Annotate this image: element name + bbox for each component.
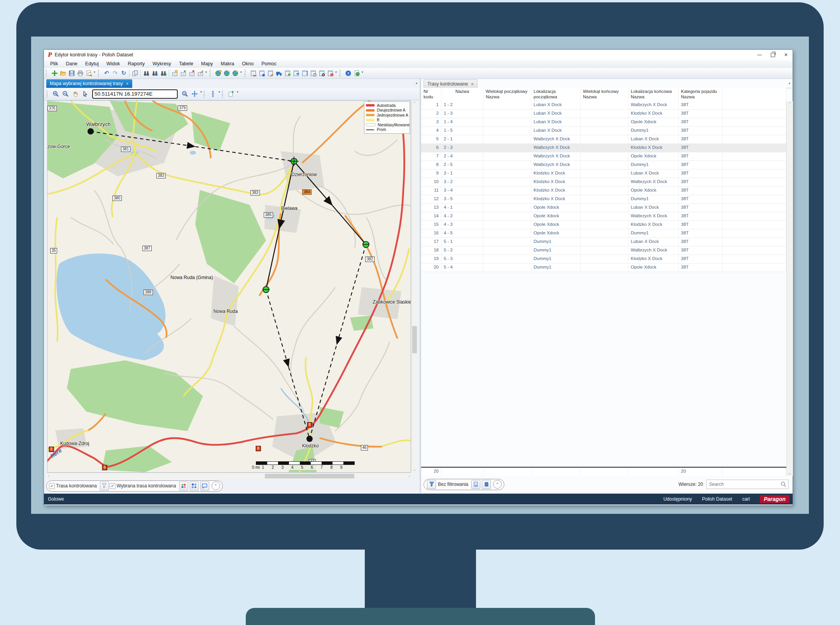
restore-button[interactable] xyxy=(766,51,779,59)
tab-map[interactable]: Mapa wybranej kontrolowanej trasy × xyxy=(46,79,132,88)
table-row[interactable]: 144 - 2Opole XdockWalbrzych X Dock38T xyxy=(421,212,786,221)
row-delete-icon[interactable] xyxy=(187,69,196,77)
table-cell[interactable]: 2 xyxy=(421,110,441,118)
table-cell[interactable]: 13 xyxy=(421,204,441,212)
table-cell[interactable]: 38T xyxy=(679,169,723,178)
table-cell[interactable]: 38T xyxy=(679,118,723,126)
table-row[interactable]: 82 - 5Walbrzych X DockDummy138T xyxy=(421,161,786,169)
column-header[interactable]: Kategoria pojazduNazwa xyxy=(679,88,723,101)
map-toolbar-overflow-icon[interactable]: ▾ xyxy=(219,90,220,94)
table-cell[interactable]: Opole Xdock xyxy=(628,187,679,195)
table-row[interactable]: 195 - 3Dummy1Klodzko X Dock38T xyxy=(421,255,786,264)
table-vertical-scrollbar[interactable]: ⌃ ⌄ xyxy=(786,101,793,476)
table-scroll-down-icon[interactable]: ⌄ xyxy=(788,470,791,476)
table-columns-icon[interactable] xyxy=(300,69,309,77)
table-cell[interactable]: 4 - 5 xyxy=(441,229,483,237)
menu-mapy[interactable]: Mapy xyxy=(197,60,217,68)
table-cell[interactable]: 2 - 4 xyxy=(441,152,483,161)
save-icon[interactable] xyxy=(67,69,76,77)
table-cell[interactable]: Opole Xdock xyxy=(531,221,581,229)
table-cell[interactable]: Dummy1 xyxy=(628,161,679,169)
map-callout-button[interactable] xyxy=(200,482,209,491)
coordinates-input[interactable] xyxy=(92,89,178,99)
map-hscroll-thumb[interactable] xyxy=(265,474,354,478)
toolbar-overflow-icon[interactable]: ▾ xyxy=(240,70,242,74)
menu-okno[interactable]: Okno xyxy=(238,60,257,68)
table-cell[interactable] xyxy=(483,161,531,169)
table-cell[interactable] xyxy=(483,255,531,263)
table-cell[interactable]: 38T xyxy=(679,212,723,220)
table-row[interactable]: 72 - 4Walbrzych X DockOpole Xdock38T xyxy=(421,152,786,161)
table-flag-icon[interactable] xyxy=(249,69,257,77)
table-cell[interactable] xyxy=(483,229,531,237)
status-item[interactable]: Polish Dataset xyxy=(702,496,732,502)
menu-edytuj[interactable]: Edytuj xyxy=(81,60,103,68)
table-cell[interactable] xyxy=(581,212,628,220)
table-cell[interactable]: Walbrzych X Dock xyxy=(628,246,679,255)
help-icon[interactable]: ? xyxy=(344,69,352,77)
table-warn-icon[interactable]: ! xyxy=(326,69,334,77)
table-cell[interactable]: 8 xyxy=(421,161,441,169)
table-row[interactable]: 185 - 2Dummy1Walbrzych X Dock38T xyxy=(421,246,786,255)
table-cell[interactable]: Opole Xdock xyxy=(628,118,679,126)
table-cell[interactable] xyxy=(483,152,531,161)
menu-dane[interactable]: Dane xyxy=(62,60,81,68)
column-header[interactable]: Nazwa xyxy=(441,88,483,101)
table-cell[interactable] xyxy=(581,204,628,212)
table-row[interactable]: 11 - 2Luban X DockWalbrzych X Dock38T xyxy=(421,101,786,110)
table-cell[interactable]: Walbrzych X Dock xyxy=(628,212,679,220)
menu-plik[interactable]: Plik xyxy=(46,60,62,68)
wybrana-trasa-checkbox[interactable]: ✔ xyxy=(110,483,116,489)
table-cell[interactable]: Walbrzych X Dock xyxy=(531,135,581,143)
table-gear-icon[interactable] xyxy=(317,69,326,77)
table-cell[interactable]: 38T xyxy=(679,178,723,186)
table-cell[interactable]: 5 xyxy=(421,135,441,143)
menu-tabele[interactable]: Tabele xyxy=(175,60,197,68)
table-cell[interactable] xyxy=(483,169,531,178)
table-cell[interactable]: 38T xyxy=(679,264,723,272)
table-row[interactable]: 52 - 1Walbrzych X DockLuban X Dock38T xyxy=(421,135,786,144)
table-row[interactable]: 103 - 2Klodzko X DockWalbrzych X Dock38T xyxy=(421,178,786,187)
status-item[interactable]: Udostępniony xyxy=(663,496,692,502)
filter-funnel-button[interactable] xyxy=(427,480,436,489)
table-cell[interactable]: 5 - 3 xyxy=(441,255,483,263)
table-dot-icon[interactable] xyxy=(257,69,266,77)
map-toolbar-grip[interactable] xyxy=(47,91,49,98)
table-cell[interactable] xyxy=(483,221,531,229)
doc-globe-icon[interactable] xyxy=(352,69,361,77)
table-row[interactable]: 154 - 3Opole XdockKlodzko X Dock38T xyxy=(421,221,786,229)
table-cell[interactable]: Luban X Dock xyxy=(628,238,679,246)
table-cell[interactable]: Luban X Dock xyxy=(531,110,581,118)
toolbar-grip[interactable] xyxy=(98,70,101,77)
table-cell[interactable]: 38T xyxy=(679,110,723,118)
table-row[interactable]: 175 - 1Dummy1Luban X Dock38T xyxy=(421,238,786,246)
legend-colors-button[interactable] xyxy=(179,482,188,491)
status-item[interactable]: carl xyxy=(742,496,750,502)
table-cell[interactable]: 6 xyxy=(421,144,441,152)
table-cell[interactable] xyxy=(581,187,628,195)
table-split-icon[interactable] xyxy=(292,69,300,77)
menu-raporty[interactable]: Raporty xyxy=(124,60,149,68)
layer-filter-button[interactable] xyxy=(100,482,109,491)
table-cell[interactable] xyxy=(483,118,531,126)
table-cell[interactable]: 7 xyxy=(421,152,441,161)
table-cell[interactable] xyxy=(581,161,628,169)
table-cell[interactable] xyxy=(483,212,531,220)
table-cell[interactable]: 1 - 5 xyxy=(441,127,483,135)
table-cell[interactable]: Klodzko X Dock xyxy=(628,110,679,118)
table-cell[interactable]: Walbrzych X Dock xyxy=(531,152,581,161)
table-cell[interactable]: Klodzko X Dock xyxy=(531,178,581,186)
table-cell[interactable]: 3 - 4 xyxy=(441,187,483,195)
table-cell[interactable]: 2 - 1 xyxy=(441,135,483,143)
map-tab-overflow-icon[interactable]: ▾ xyxy=(416,82,417,85)
table-cell[interactable]: Luban X Dock xyxy=(531,101,581,109)
table-cell[interactable]: 17 xyxy=(421,238,441,246)
collapse-filter-button[interactable]: ⌃ xyxy=(493,480,502,489)
table-cell[interactable]: 15 xyxy=(421,221,441,229)
table-cell[interactable]: Dummy1 xyxy=(628,195,679,203)
scroll-left-icon[interactable]: ‹ xyxy=(48,473,49,479)
move-map-icon[interactable] xyxy=(190,89,200,99)
table-row[interactable]: 123 - 5Klodzko X DockDummy138T xyxy=(421,195,786,204)
table-cell[interactable]: 4 xyxy=(421,127,441,135)
table-cell[interactable]: Luban X Dock xyxy=(628,204,679,212)
